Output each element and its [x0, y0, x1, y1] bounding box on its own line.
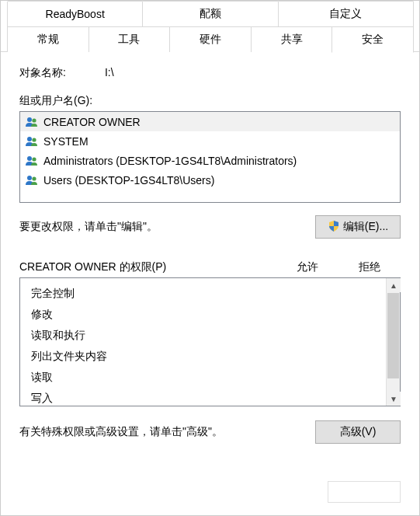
advanced-button[interactable]: 高级(V)	[315, 420, 401, 444]
tab-general[interactable]: 常规	[7, 26, 89, 52]
groups-label: 组或用户名(G):	[19, 94, 401, 108]
tab-label: 配额	[200, 7, 221, 21]
permission-item: 完全控制	[31, 283, 386, 304]
svg-point-1	[32, 118, 36, 122]
group-name: Users (DESKTOP-1GS4LT8\Users)	[43, 174, 214, 187]
edit-button[interactable]: 编辑(E)...	[315, 215, 401, 239]
group-name: Administrators (DESKTOP-1GS4LT8\Administ…	[43, 155, 297, 167]
advanced-hint: 有关特殊权限或高级设置，请单击"高级"。	[19, 425, 223, 439]
advanced-row: 有关特殊权限或高级设置，请单击"高级"。 高级(V)	[19, 420, 401, 444]
advanced-button-label: 高级(V)	[340, 425, 377, 439]
tab-readyboost[interactable]: ReadyBoost	[7, 1, 143, 26]
tab-label: 安全	[362, 33, 384, 47]
permission-item: 写入	[31, 388, 386, 406]
group-item[interactable]: Users (DESKTOP-1GS4LT8\Users)	[20, 170, 400, 190]
permission-name: 读取	[31, 371, 53, 385]
tab-label: 共享	[281, 33, 303, 47]
group-item[interactable]: SYSTEM	[20, 131, 400, 151]
permissions-list-inner: 完全控制 修改 读取和执行 列出文件夹内容 读取 写入	[20, 278, 386, 406]
allow-column-header: 允许	[276, 260, 338, 274]
object-name-row: 对象名称: I:\	[19, 66, 401, 80]
tab-label: 常规	[37, 33, 59, 47]
group-item[interactable]: Administrators (DESKTOP-1GS4LT8\Administ…	[20, 151, 400, 170]
users-icon	[25, 115, 39, 129]
shield-icon	[328, 220, 340, 235]
group-name: SYSTEM	[43, 135, 89, 148]
tab-label: 硬件	[200, 33, 221, 47]
permissions-list: 完全控制 修改 读取和执行 列出文件夹内容 读取 写入 ▲ ▼	[19, 277, 401, 406]
permissions-header: CREATOR OWNER 的权限(P) 允许 拒绝	[19, 260, 401, 274]
svg-point-2	[27, 137, 32, 141]
footer-placeholder	[328, 481, 401, 503]
tab-custom[interactable]: 自定义	[278, 1, 414, 26]
tab-label: ReadyBoost	[46, 8, 105, 20]
edit-button-label: 编辑(E)...	[343, 220, 388, 234]
permission-name: 列出文件夹内容	[31, 350, 107, 364]
scroll-down-icon[interactable]: ▼	[387, 392, 401, 406]
tab-hardware[interactable]: 硬件	[169, 26, 252, 52]
permission-name: 读取和执行	[31, 329, 85, 343]
tab-security[interactable]: 安全	[331, 26, 414, 53]
tab-label: 工具	[118, 33, 140, 47]
permissions-scrollbar[interactable]: ▲ ▼	[386, 278, 400, 406]
footer-box	[328, 481, 401, 503]
users-icon	[25, 154, 39, 168]
svg-point-4	[27, 156, 32, 161]
permissions-title: CREATOR OWNER 的权限(P)	[19, 260, 276, 274]
permission-item: 修改	[31, 304, 386, 325]
group-name: CREATOR OWNER	[43, 116, 141, 128]
permission-name: 写入	[31, 392, 53, 406]
tab-tools[interactable]: 工具	[89, 26, 171, 52]
deny-column-header: 拒绝	[338, 260, 401, 274]
object-name-label: 对象名称:	[19, 66, 102, 80]
object-name-value: I:\	[105, 66, 114, 78]
svg-point-0	[27, 117, 32, 122]
properties-dialog: ReadyBoost 配额 自定义 常规 工具 硬件 共享 安全 对象名称: I…	[0, 0, 420, 516]
tab-sharing[interactable]: 共享	[251, 26, 333, 52]
permission-name: 修改	[31, 308, 53, 322]
tab-row-top: ReadyBoost 配额 自定义	[7, 1, 413, 26]
edit-hint: 要更改权限，请单击"编辑"。	[19, 220, 158, 234]
users-icon	[25, 173, 39, 187]
edit-hint-row: 要更改权限，请单击"编辑"。 编辑(E)...	[19, 215, 401, 239]
permission-item: 读取	[31, 367, 386, 388]
scroll-thumb[interactable]	[387, 293, 399, 378]
scroll-up-icon[interactable]: ▲	[387, 278, 401, 292]
tab-row-bottom: 常规 工具 硬件 共享 安全	[7, 26, 413, 52]
svg-point-5	[32, 157, 36, 161]
group-item[interactable]: CREATOR OWNER	[20, 112, 400, 131]
svg-point-3	[32, 138, 36, 141]
permission-item: 读取和执行	[31, 325, 386, 346]
tab-label: 自定义	[329, 7, 362, 21]
permission-item: 列出文件夹内容	[31, 346, 386, 367]
tab-strip: ReadyBoost 配额 自定义 常规 工具 硬件 共享 安全	[1, 1, 419, 52]
permission-name: 完全控制	[31, 287, 75, 301]
svg-point-6	[27, 176, 32, 180]
groups-listbox[interactable]: CREATOR OWNER SYSTEM	[19, 111, 401, 203]
tab-quota[interactable]: 配额	[142, 1, 278, 26]
svg-point-7	[32, 176, 36, 180]
security-tab-content: 对象名称: I:\ 组或用户名(G): CREATOR OWNER	[1, 52, 419, 515]
users-icon	[25, 134, 39, 148]
